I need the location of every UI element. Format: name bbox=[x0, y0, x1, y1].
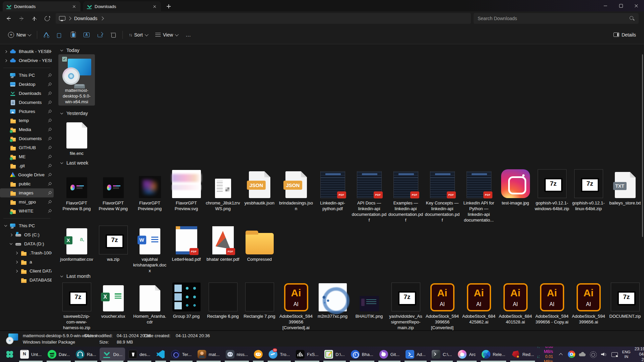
sidebar-pinned-item[interactable]: Google Drive bbox=[0, 170, 54, 179]
clock[interactable]: 23:19:54 04-11-2024 bbox=[635, 346, 644, 362]
sidebar-tree-item[interactable]: .Trash-1000 bbox=[0, 248, 54, 257]
sidebar-pinned-item[interactable]: Media bbox=[0, 125, 54, 134]
file-tile[interactable]: FlavorGPT Preview W.png bbox=[95, 167, 131, 213]
forward-button[interactable] bbox=[15, 13, 28, 24]
group-header-yesterday[interactable]: Yesterday bbox=[54, 107, 644, 117]
taskbar-app[interactable]: Rele... bbox=[479, 348, 508, 361]
maximize-button[interactable] bbox=[613, 0, 629, 11]
chevron-up-icon[interactable] bbox=[557, 351, 565, 358]
tab-close-icon[interactable] bbox=[71, 3, 77, 9]
back-button[interactable] bbox=[3, 13, 15, 24]
breadcrumb-item[interactable]: Downloads bbox=[74, 16, 97, 21]
new-button[interactable]: + New bbox=[5, 29, 34, 41]
copy-button[interactable] bbox=[53, 28, 66, 41]
cut-button[interactable] bbox=[40, 28, 53, 41]
file-tile[interactable]: yesbhautik.json bbox=[241, 167, 278, 207]
tab-close-icon[interactable] bbox=[152, 3, 158, 9]
taskbar-app[interactable] bbox=[154, 348, 168, 361]
file-tile[interactable]: FlavorGPT Preview.png bbox=[131, 167, 168, 213]
file-tile[interactable]: LetterHead.pdf bbox=[168, 223, 205, 263]
taskbar-app[interactable]: mat... bbox=[195, 348, 222, 361]
file-tile[interactable]: FlavorGPT Preview.svg bbox=[168, 167, 205, 213]
file-tile[interactable]: gophish-v0.12.1-windows-64bit.zip bbox=[534, 167, 570, 213]
file-tile[interactable]: BHAUTIK.png bbox=[351, 280, 387, 320]
sidebar-tree-item[interactable]: This PC bbox=[0, 221, 54, 230]
breadcrumb[interactable]: Downloads bbox=[56, 13, 471, 24]
file-tile[interactable]: AdobeStock_594399656.ai bbox=[570, 280, 607, 326]
file-tile[interactable]: DOCUMENT.zip bbox=[607, 280, 643, 320]
file-tile[interactable]: gophish-v0.12.1-linux-64bit.zip bbox=[570, 167, 607, 213]
language-indicator[interactable]: ENG IN bbox=[622, 350, 631, 359]
file-tile[interactable]: AdobeStock_594399656 - Copy.ai bbox=[534, 280, 570, 326]
search-input[interactable]: Search Downloads bbox=[474, 13, 639, 24]
sort-button[interactable]: ↑↓ Sort bbox=[125, 29, 151, 40]
file-tile[interactable]: yashvidotdev_AssignmentRepo-main.zip bbox=[387, 280, 424, 330]
sidebar-pinned-item[interactable]: Documents bbox=[0, 98, 54, 107]
taskbar-app[interactable] bbox=[3, 348, 17, 361]
details-button[interactable]: Details bbox=[610, 29, 639, 40]
sidebar-tree-item[interactable]: OS (C:) bbox=[0, 230, 54, 239]
taskbar-app[interactable]: Arc bbox=[455, 348, 478, 361]
view-button[interactable]: View bbox=[152, 29, 181, 40]
sidebar-pinned-item[interactable]: ME bbox=[0, 152, 54, 161]
taskbar-app[interactable]: Ad... bbox=[403, 348, 428, 361]
cast-icon[interactable] bbox=[611, 351, 618, 358]
tree-chevron-icon[interactable] bbox=[15, 260, 18, 264]
tree-chevron-icon[interactable] bbox=[15, 251, 18, 255]
brightness-icon[interactable] bbox=[589, 351, 597, 358]
tree-chevron-icon[interactable] bbox=[15, 279, 18, 282]
tab-downloads-active[interactable]: Downloads bbox=[3, 1, 80, 11]
file-tile[interactable]: bhatar center.pdf bbox=[205, 223, 241, 263]
sidebar-pinned-item[interactable]: WHITE bbox=[0, 206, 54, 216]
file-tile[interactable]: Rectangle 6.png bbox=[205, 280, 241, 320]
rename-button[interactable]: A bbox=[80, 28, 93, 41]
chevron-right-icon[interactable] bbox=[4, 50, 7, 53]
file-tile[interactable]: AdobeStock_594399656 [Converted].ai bbox=[278, 280, 314, 330]
paste-button[interactable] bbox=[67, 28, 79, 41]
file-tile[interactable]: test-image.jpg bbox=[497, 167, 534, 207]
taskbar-app[interactable]: D:\... bbox=[322, 348, 347, 361]
sidebar-pinned-item[interactable]: Documents bbox=[0, 134, 54, 143]
file-tile[interactable]: m2m377xc.png bbox=[314, 280, 351, 320]
file-tile[interactable]: ✓ mattermost-desktop-5.9.0-win-x64.msi bbox=[58, 54, 95, 106]
file-tile[interactable]: Homem_Aranha.cdr bbox=[131, 280, 168, 326]
taskbar-app[interactable]: Do... bbox=[100, 348, 125, 361]
file-tile[interactable]: brindadesings.json bbox=[278, 167, 314, 213]
sidebar-cloud-item[interactable]: OneDrive - YESE bbox=[0, 56, 54, 65]
sidebar-pinned-item[interactable]: Downloads bbox=[0, 89, 54, 98]
tree-chevron-icon[interactable] bbox=[4, 224, 7, 228]
file-tile[interactable]: Linkedin-api-python.pdf bbox=[314, 167, 351, 213]
file-tile[interactable]: chrome_J8sk1zrvWS.png bbox=[205, 167, 241, 213]
sidebar-tree-item[interactable]: DATA (D:) bbox=[0, 239, 54, 248]
sidebar-pinned-item[interactable]: .git bbox=[0, 161, 54, 170]
sidebar-pinned-item[interactable]: Pictures bbox=[0, 107, 54, 116]
taskbar-app[interactable]: Ter... bbox=[168, 348, 194, 361]
sidebar-pinned-item[interactable]: temp bbox=[0, 116, 54, 125]
tab-downloads-inactive[interactable]: Downloads bbox=[83, 1, 161, 11]
sidebar-pinned-item[interactable]: GITHUB bbox=[0, 143, 54, 152]
taskbar-app[interactable]: Bha... bbox=[348, 348, 376, 361]
file-tile[interactable]: file.enc bbox=[58, 117, 95, 157]
taskbar-app[interactable]: Unt... bbox=[17, 348, 44, 361]
file-tile[interactable]: LinkedIn API for Python — linkedin-api d… bbox=[461, 167, 497, 224]
taskbar-app[interactable]: Dav... bbox=[45, 348, 72, 361]
file-tile[interactable]: Examples — linkedin-api documentation.pd… bbox=[387, 167, 424, 224]
sidebar-cloud-item[interactable]: Bhautik - YESBH bbox=[0, 47, 54, 56]
file-tile[interactable]: vajubhai krishanapark.docx bbox=[131, 223, 168, 275]
sidebar-tree-item[interactable]: DATABASE bbox=[0, 276, 54, 285]
vertical-scrollbar[interactable] bbox=[642, 54, 643, 237]
taskbar-app[interactable]: C:\... bbox=[429, 348, 454, 361]
tree-chevron-icon[interactable] bbox=[9, 233, 13, 237]
chrome-icon[interactable] bbox=[568, 351, 575, 358]
chevron-right-icon[interactable] bbox=[4, 59, 7, 62]
tree-chevron-icon[interactable] bbox=[15, 269, 18, 273]
sidebar-pinned-item[interactable]: public bbox=[0, 179, 54, 188]
group-header-last-week[interactable]: Last week bbox=[54, 157, 644, 167]
share-button[interactable] bbox=[94, 28, 106, 41]
sidebar-tree-item[interactable]: a bbox=[0, 257, 54, 266]
taskbar-app[interactable]: des... bbox=[126, 348, 153, 361]
network-speed-widget[interactable]: ↑:0.00 MB/s ↓:0.01 MB/s bbox=[537, 344, 553, 362]
file-tile[interactable]: voucher.xlsx bbox=[95, 280, 131, 320]
sidebar-pinned-item[interactable]: Desktop bbox=[0, 80, 54, 89]
taskbar-app[interactable] bbox=[251, 348, 265, 361]
